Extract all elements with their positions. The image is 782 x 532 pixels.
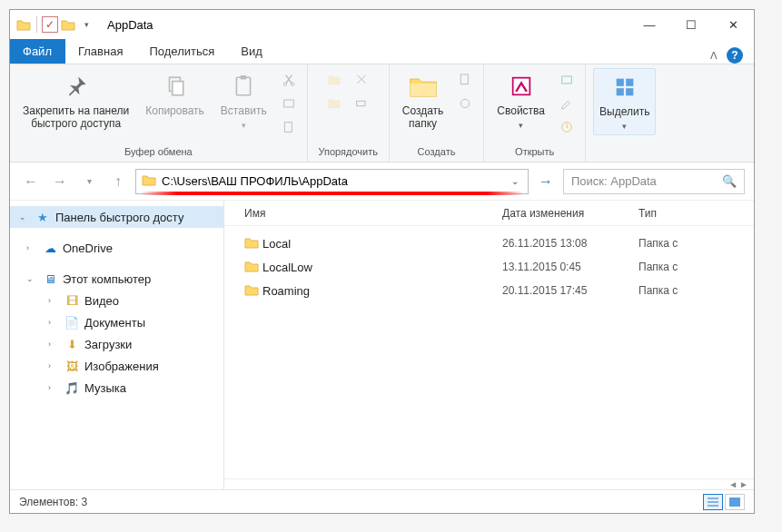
content-pane: Имя Дата изменения Тип Local 26.11.2015 …	[224, 201, 754, 489]
ribbon-tabs: Файл Главная Поделиться Вид ᐱ ?	[10, 39, 754, 64]
group-label: Открыть	[491, 143, 578, 162]
group-organize: Упорядочить	[308, 64, 390, 162]
large-icons-view-button[interactable]	[725, 494, 745, 510]
chevron-right-icon[interactable]: ›	[48, 318, 59, 327]
svg-point-5	[291, 83, 293, 85]
file-type: Папка с	[638, 261, 678, 273]
chevron-down-icon[interactable]: ⌄	[26, 274, 37, 283]
easy-access-icon[interactable]	[454, 94, 476, 113]
nav-onedrive[interactable]: › ☁ OneDrive	[10, 237, 223, 259]
group-clipboard: Закрепить на панели быстрого доступа Коп…	[10, 64, 308, 162]
properties-button[interactable]: Свойства ▾	[491, 68, 550, 133]
up-button[interactable]: ↑	[106, 170, 130, 193]
nav-music[interactable]: › 🎵 Музыка	[10, 377, 223, 399]
chevron-right-icon[interactable]: ›	[26, 243, 37, 252]
copy-icon	[161, 72, 190, 101]
rename-icon[interactable]	[351, 94, 372, 113]
cut-icon[interactable]	[278, 70, 300, 90]
recent-dropdown[interactable]: ▾	[77, 170, 101, 193]
folder-icon	[244, 283, 262, 299]
col-date[interactable]: Дата изменения	[502, 207, 638, 220]
group-open: Свойства ▾ Открыть	[484, 64, 586, 162]
svg-rect-12	[562, 76, 572, 84]
body: ⌄ ★ Панель быстрого досту › ☁ OneDrive ⌄…	[10, 201, 754, 489]
nav-quick-access[interactable]: ⌄ ★ Панель быстрого досту	[10, 206, 223, 228]
col-type[interactable]: Тип	[638, 207, 754, 220]
copy-button[interactable]: Копировать	[140, 68, 210, 121]
new-folder-button[interactable]: Создать папку	[397, 68, 450, 133]
film-icon: 🎞	[64, 293, 79, 308]
close-button[interactable]: ✕	[712, 10, 754, 39]
svg-rect-17	[626, 88, 633, 95]
nav-label: Изображения	[84, 360, 159, 373]
move-to-icon[interactable]	[323, 70, 345, 90]
paste-label: Вставить	[221, 104, 267, 117]
folder-icon	[15, 16, 32, 33]
item-count: Элементов: 3	[19, 496, 87, 508]
folder-row[interactable]: LocalLow 13.11.2015 0:45 Папка с	[224, 255, 754, 279]
collapse-ribbon-icon[interactable]: ᐱ	[710, 50, 718, 62]
nav-label: Загрузки	[84, 338, 132, 351]
nav-documents[interactable]: › 📄 Документы	[10, 311, 223, 333]
details-view-button[interactable]	[703, 494, 723, 510]
chevron-right-icon[interactable]: ›	[48, 361, 59, 370]
column-headers: Имя Дата изменения Тип	[224, 201, 754, 226]
nav-this-pc[interactable]: ⌄ 🖥 Этот компьютер	[10, 268, 223, 290]
paste-button[interactable]: Вставить ▾	[215, 68, 272, 133]
svg-rect-9	[461, 74, 469, 84]
tab-view[interactable]: Вид	[228, 39, 276, 64]
checkbox-icon[interactable]: ✓	[42, 16, 58, 33]
qat-dropdown-icon[interactable]: ▾	[78, 16, 94, 33]
forward-button[interactable]: →	[48, 170, 72, 193]
nav-downloads[interactable]: › ⬇ Загрузки	[10, 333, 223, 355]
pin-to-quick-access-button[interactable]: Закрепить на панели быстрого доступа	[17, 68, 134, 133]
select-button[interactable]: Выделить ▾	[593, 68, 656, 135]
chevron-right-icon[interactable]: ›	[48, 383, 59, 392]
maximize-button[interactable]: ☐	[670, 10, 712, 39]
history-icon[interactable]	[556, 117, 578, 137]
nav-label: Этот компьютер	[63, 272, 151, 286]
delete-icon[interactable]	[351, 70, 372, 90]
cloud-icon: ☁	[43, 241, 57, 255]
chevron-right-icon[interactable]: ›	[48, 296, 59, 305]
pin-label: Закрепить на панели быстрого доступа	[23, 104, 129, 130]
file-date: 13.11.2015 0:45	[502, 261, 638, 273]
open-icon[interactable]	[556, 70, 578, 90]
nav-videos[interactable]: › 🎞 Видео	[10, 290, 223, 311]
address-bar[interactable]: C:\Users\ВАШ ПРОФИЛЬ\AppData ⌄	[135, 169, 529, 194]
tab-share[interactable]: Поделиться	[136, 39, 228, 64]
address-bar-row: ← → ▾ ↑ C:\Users\ВАШ ПРОФИЛЬ\AppData ⌄ →…	[10, 163, 754, 201]
ribbon: Закрепить на панели быстрого доступа Коп…	[10, 64, 754, 163]
file-date: 20.11.2015 17:45	[502, 284, 638, 297]
help-icon[interactable]: ?	[727, 47, 743, 64]
svg-rect-7	[284, 123, 292, 133]
edit-icon[interactable]	[556, 94, 578, 113]
svg-rect-2	[237, 77, 251, 95]
group-select: Выделить ▾	[586, 64, 663, 162]
group-label: Буфер обмена	[17, 143, 300, 162]
folder-icon-small[interactable]	[60, 16, 76, 33]
chevron-right-icon[interactable]: ›	[48, 340, 59, 349]
copy-to-icon[interactable]	[323, 94, 345, 113]
properties-label: Свойства	[497, 104, 545, 117]
title-bar: ✓ ▾ AppData — ☐ ✕	[10, 10, 754, 39]
minimize-button[interactable]: —	[629, 10, 670, 39]
refresh-button[interactable]: →	[534, 170, 558, 193]
folder-row[interactable]: Local 26.11.2015 13:08 Папка с	[224, 232, 754, 255]
folder-row[interactable]: Roaming 20.11.2015 17:45 Папка с	[224, 279, 754, 302]
search-box[interactable]: Поиск: AppData 🔍	[563, 169, 745, 194]
svg-rect-18	[729, 498, 740, 507]
search-icon: 🔍	[722, 174, 737, 188]
chevron-down-icon[interactable]: ⌄	[19, 212, 30, 222]
back-button[interactable]: ←	[19, 170, 43, 193]
tab-home[interactable]: Главная	[65, 39, 136, 64]
copy-path-icon[interactable]	[278, 94, 300, 113]
new-item-icon[interactable]	[454, 70, 476, 90]
address-dropdown-icon[interactable]: ⌄	[508, 176, 522, 186]
file-menu-tab[interactable]: Файл	[10, 39, 65, 64]
horizontal-scrollbar[interactable]: ◄ ►	[224, 478, 754, 489]
nav-pictures[interactable]: › 🖼 Изображения	[10, 355, 223, 377]
col-name[interactable]: Имя	[244, 207, 502, 220]
paste-shortcut-icon[interactable]	[278, 117, 300, 137]
explorer-window: ✓ ▾ AppData — ☐ ✕ Файл Главная Поделитьс…	[9, 9, 755, 514]
